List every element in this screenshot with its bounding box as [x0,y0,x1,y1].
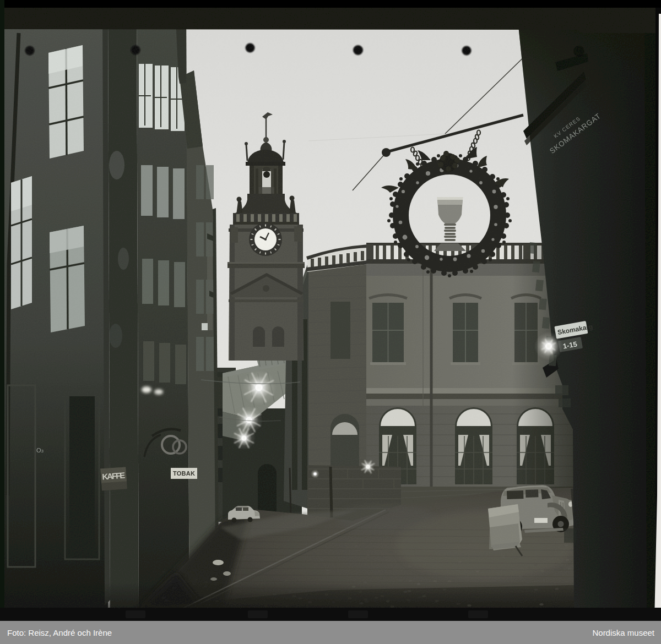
svg-text:Foto: Reisz, André och Irène: Foto: Reisz, André och Irène [7,628,112,637]
svg-text:Nordiska museet: Nordiska museet [592,628,654,637]
